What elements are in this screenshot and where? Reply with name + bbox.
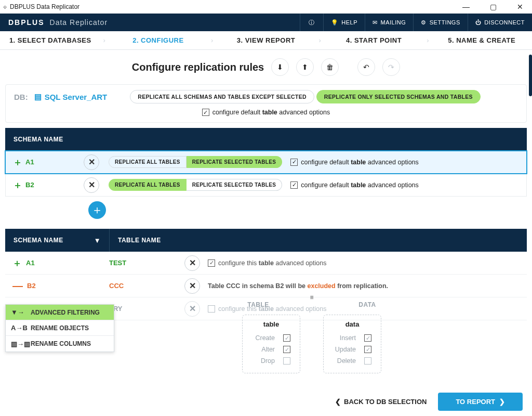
mailing-label: MAILING	[381, 19, 406, 25]
menu-rename-columns[interactable]: ▥→▥ RENAME COLUMNS	[6, 336, 114, 352]
replicate-selected-tables-pill[interactable]: REPLICATE SELECTED TABLES	[187, 156, 283, 168]
options-table-box: table Create✓ Alter✓ Drop✓	[242, 315, 300, 373]
chevron-right-icon: ❯	[499, 398, 505, 406]
db-label: DB:	[14, 93, 28, 101]
page-title: Configure replication rules	[132, 61, 264, 73]
replicate-all-tables-pill[interactable]: REPLICATE ALL TABLES	[109, 179, 187, 191]
undo-button[interactable]: ↶	[357, 58, 375, 76]
export-button[interactable]: ⬆	[296, 58, 314, 76]
schema-advanced-options-label: configure default table advanced options	[301, 159, 419, 166]
lightbulb-icon: 💡	[331, 19, 339, 26]
footer-nav: ❮ BACK TO DB SELECTION TO REPORT ❯	[335, 393, 523, 411]
opt-insert-checkbox[interactable]: ✓	[364, 334, 371, 342]
filter-icon[interactable]: ▼	[94, 237, 101, 244]
left-popout-menu: ▼→ ADVANCED FILTERING A→B RENAME OBJECTS…	[5, 304, 114, 352]
db-advanced-options-checkbox[interactable]: ✓	[202, 109, 209, 116]
step-name-create[interactable]: 5. NAME & CREATE	[431, 36, 532, 44]
remove-table-button[interactable]: ✕	[184, 278, 200, 294]
schema-advanced-options-checkbox[interactable]: ✓	[290, 181, 298, 189]
window-maximize-button[interactable]: ▢	[484, 3, 502, 11]
db-name-text: SQL Server_ART	[45, 93, 108, 101]
table-header: SCHEMA NAME ▼ TABLE NAME	[5, 229, 527, 252]
add-schema-button[interactable]: ＋	[88, 201, 106, 219]
include-icon: ＋	[13, 179, 22, 191]
brand-sub: Data Replicator	[50, 18, 108, 27]
opt-create-checkbox[interactable]: ✓	[283, 334, 290, 342]
replicate-all-tables-pill[interactable]: REPLICATE ALL TABLES	[109, 156, 187, 168]
delete-button[interactable]: 🗑	[321, 58, 339, 76]
redo-icon: ↷	[388, 63, 394, 71]
row-schema-text: B2	[27, 282, 36, 290]
advanced-options-panel: ≡ TABLE DATA table Create✓ Alter✓ Drop✓ …	[203, 294, 421, 373]
row-table-text: CCC	[109, 282, 177, 290]
step-separator-icon: ›	[316, 36, 324, 44]
help-label: HELP	[341, 19, 357, 25]
window-minimize-button[interactable]: —	[457, 3, 475, 11]
window-close-button[interactable]: ✕	[511, 3, 529, 11]
table-row-a1-test[interactable]: ＋A1 TEST ✕ ✓ configure this table advanc…	[5, 252, 527, 275]
database-icon: ▤	[34, 92, 42, 101]
help-button[interactable]: 💡HELP	[323, 14, 365, 31]
db-name[interactable]: ▤ SQL Server_ART	[34, 92, 108, 101]
row-schema-text: A1	[26, 259, 35, 267]
info-button[interactable]: ⓘ	[300, 14, 323, 31]
schema-name-text: B2	[25, 181, 34, 189]
add-schema-row: ＋	[5, 197, 527, 224]
opt-insert-label: Insert	[333, 334, 356, 342]
include-icon: ＋	[12, 257, 22, 269]
remove-schema-button[interactable]: ✕	[84, 154, 99, 170]
opt-delete-checkbox[interactable]: ✓	[364, 357, 371, 365]
table-advanced-options-checkbox[interactable]: ✓	[208, 259, 215, 267]
settings-button[interactable]: ⚙SETTINGS	[413, 14, 468, 31]
opt-alter-checkbox[interactable]: ✓	[283, 346, 290, 353]
replicate-selected-tables-pill[interactable]: REPLICATE SELECTED TABLES	[187, 179, 283, 191]
replicate-selected-pill[interactable]: REPLICATE ONLY SELECTED SCHEMAS AND TABL…	[316, 90, 481, 103]
db-advanced-options-label: configure default table advanced options	[212, 109, 330, 116]
drag-handle-icon[interactable]: ≡	[310, 294, 313, 301]
step-start-point[interactable]: 4. START POINT	[324, 36, 424, 44]
step-separator-icon: ›	[208, 36, 216, 44]
back-button[interactable]: ❮ BACK TO DB SELECTION	[335, 398, 427, 406]
row-table-text: TEST	[109, 259, 177, 267]
redo-button[interactable]: ↷	[382, 58, 400, 76]
gear-icon: ⚙	[421, 19, 427, 26]
options-box-title: data	[333, 320, 371, 328]
back-label: BACK TO DB SELECTION	[344, 398, 427, 406]
step-separator-icon: ›	[101, 36, 108, 44]
step-configure[interactable]: 2. CONFIGURE	[108, 36, 209, 44]
mailing-button[interactable]: ✉MAILING	[365, 14, 413, 31]
schema-row-a1[interactable]: ＋A1 ✕ REPLICATE ALL TABLES REPLICATE SEL…	[5, 151, 527, 174]
to-report-button[interactable]: TO REPORT ❯	[438, 393, 523, 411]
opt-update-checkbox[interactable]: ✓	[364, 346, 371, 353]
settings-label: SETTINGS	[430, 19, 460, 25]
chevron-left-icon: ❮	[335, 398, 341, 406]
menu-rename-objects[interactable]: A→B RENAME OBJECTS	[6, 320, 114, 336]
opt-alter-label: Alter	[252, 346, 275, 353]
schema-header-cell: SCHEMA NAME	[5, 136, 109, 143]
database-panel: DB: ▤ SQL Server_ART REPLICATE ALL SCHEM…	[5, 84, 527, 123]
import-button[interactable]: ⬇	[271, 58, 289, 76]
include-icon: ＋	[13, 156, 22, 168]
app-icon: ⟐	[3, 3, 7, 10]
table-advanced-options-label: configure this table advanced options	[218, 259, 326, 267]
scrollbar[interactable]	[529, 55, 532, 96]
opt-delete-label: Delete	[333, 357, 356, 365]
opt-create-label: Create	[252, 334, 275, 342]
step-view-report[interactable]: 3. VIEW REPORT	[216, 36, 316, 44]
window-title: DBPLUS Data Replicator	[10, 3, 79, 10]
remove-table-button[interactable]: ✕	[184, 301, 200, 317]
replicate-all-except-pill[interactable]: REPLICATE ALL SCHEMAS AND TABLES EXCEPT …	[130, 90, 314, 103]
step-select-databases[interactable]: 1. SELECT DATABASES	[0, 36, 101, 44]
power-icon: ⏻	[475, 19, 482, 25]
schema-advanced-options-checkbox[interactable]: ✓	[290, 159, 298, 166]
step-separator-icon: ›	[424, 36, 431, 44]
filter-arrow-icon: ▼→	[11, 308, 25, 316]
menu-advanced-filtering[interactable]: ▼→ ADVANCED FILTERING	[6, 305, 114, 320]
upload-icon: ⬆	[302, 63, 308, 71]
remove-schema-button[interactable]: ✕	[84, 177, 99, 193]
disconnect-button[interactable]: ⏻DISCONNECT	[468, 14, 532, 31]
opt-drop-checkbox[interactable]: ✓	[283, 357, 290, 365]
schema-row-b2[interactable]: ＋B2 ✕ REPLICATE ALL TABLES REPLICATE SEL…	[5, 174, 527, 197]
undo-icon: ↶	[363, 63, 369, 71]
remove-table-button[interactable]: ✕	[184, 255, 200, 271]
